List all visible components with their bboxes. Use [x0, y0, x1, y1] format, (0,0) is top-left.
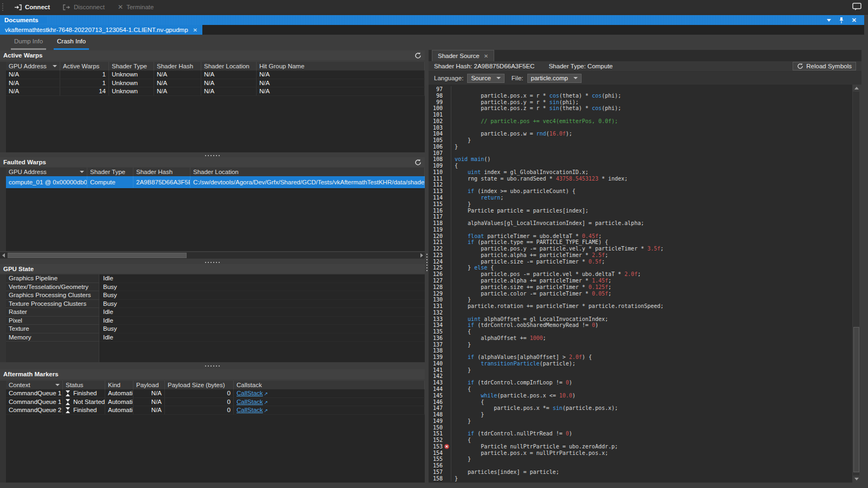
code-line[interactable]: 112	[429, 182, 852, 188]
code-line[interactable]: 102 // particle.pos += vec4(emitterPos, …	[429, 118, 852, 125]
code-line[interactable]: 147 particle.pos.x *= sin(particle.pos.x…	[429, 405, 852, 412]
column-header[interactable]: Active Warps	[60, 62, 109, 70]
column-header[interactable]: Shader Hash	[154, 62, 201, 70]
column-header[interactable]: Kind	[105, 381, 133, 389]
code-line[interactable]: 101	[429, 112, 852, 118]
refresh-icon[interactable]	[414, 159, 422, 166]
code-line[interactable]: 148 }	[429, 412, 852, 418]
table-row[interactable]: CommandQueue 1Not StartedAutomaticN/A0Ca…	[6, 398, 425, 407]
code-line[interactable]: 131 particle.rotation += particleTimer *…	[429, 303, 852, 310]
horizontal-scrollbar[interactable]	[0, 252, 425, 259]
code-line[interactable]: 105 }	[429, 137, 852, 144]
code-line[interactable]: 123 particle.alpha += particleTimer * 2.…	[429, 252, 852, 259]
code-line[interactable]: 108void main()	[429, 156, 852, 163]
connect-button[interactable]: Connect	[8, 0, 56, 15]
column-header[interactable]: Status	[63, 381, 105, 389]
table-row[interactable]: compute_01 @ 0x00000db0Compute2A9B875D66…	[6, 176, 425, 188]
code-line[interactable]: 122 particle.pos.y -= particle.vel.y * p…	[429, 246, 852, 252]
column-header[interactable]: Context	[6, 381, 63, 389]
code-line[interactable]: 117	[429, 214, 852, 220]
code-line[interactable]: 146 {	[429, 399, 852, 406]
code-line[interactable]: 98 particle.pos.x = r * cos(theta) * cos…	[429, 93, 852, 99]
panel-splitter[interactable]	[425, 35, 429, 483]
language-dropdown[interactable]: Source	[467, 74, 504, 83]
column-header[interactable]: Hit Group Name	[257, 62, 425, 70]
code-line[interactable]: 127 particle.alpha += particleTimer * 1.…	[429, 278, 852, 284]
window-menu-chevron-icon[interactable]	[827, 19, 831, 22]
code-line[interactable]: 110 uint index = gl_GlobalInvocationID.x…	[429, 169, 852, 176]
tab-dump-info[interactable]: Dump Info	[11, 36, 46, 50]
code-line[interactable]: 107	[429, 150, 852, 157]
code-line[interactable]: 141 }	[429, 367, 852, 374]
table-row[interactable]: CommandQueue 2FinishedAutomaticN/A0CallS…	[6, 406, 425, 415]
code-line[interactable]: 109{	[429, 163, 852, 169]
code-line[interactable]: 135 {	[429, 329, 852, 335]
code-line[interactable]: 137 }	[429, 342, 852, 348]
code-line[interactable]: 126 particle.pos -= particle.vel * ubo.d…	[429, 271, 852, 278]
code-line[interactable]: 132	[429, 310, 852, 316]
scroll-up-icon[interactable]	[853, 85, 859, 92]
vertical-scrollbar[interactable]	[852, 85, 859, 483]
code-line[interactable]: 143 if (tdrControl.compInfLoop != 0)	[429, 380, 852, 386]
code-line[interactable]: 114 return;	[429, 195, 852, 201]
code-line[interactable]: 103	[429, 125, 852, 131]
column-header[interactable]: Shader Type	[87, 168, 133, 176]
code-line[interactable]: 111 rng_state = ubo.randSeed * 43758.545…	[429, 176, 852, 182]
code-line[interactable]: 128 particle.size += particleTimer * 0.1…	[429, 284, 852, 291]
code-line[interactable]: 133 uint alphaOffset = gl_LocalInvocatio…	[429, 316, 852, 323]
code-line[interactable]: 124 particle.size -= particleTimer * 0.5…	[429, 259, 852, 265]
table-row[interactable]: N/A1UnknownN/AN/AN/A	[6, 79, 425, 88]
code-line[interactable]: 158}	[429, 476, 852, 482]
code-line[interactable]: 149 }	[429, 418, 852, 425]
column-header[interactable]: Payload	[133, 381, 165, 389]
reload-symbols-button[interactable]: Reload Symbols	[793, 62, 856, 70]
toolbar-grip-handle[interactable]	[2, 3, 3, 11]
code-line[interactable]: 139 if (alphaValues[alphaOffset] > 2.0f)…	[429, 354, 852, 361]
scroll-left-icon[interactable]	[0, 252, 7, 259]
code-line[interactable]: 120 float particleTimer = ubo.deltaT * 0…	[429, 233, 852, 240]
code-line[interactable]: 118 alphaValues[gl_LocalInvocationIndex]…	[429, 220, 852, 227]
code-line[interactable]: 142	[429, 373, 852, 380]
code-line[interactable]: 129 particle.color -= particleTimer * 0.…	[429, 291, 852, 297]
code-line[interactable]: 152 {	[429, 437, 852, 444]
shader-tab-close-icon[interactable]: ✕	[484, 53, 488, 59]
callstack-link[interactable]: CallStack	[237, 390, 263, 396]
callstack-link[interactable]: CallStack	[237, 399, 263, 405]
code-line[interactable]: 100 particle.pos.z = r * sin(theta) * co…	[429, 105, 852, 112]
code-line[interactable]: 156	[429, 463, 852, 469]
code-line[interactable]: 155 }	[429, 456, 852, 463]
column-header[interactable]: Shader Hash	[133, 168, 190, 176]
code-line[interactable]: 97	[429, 86, 852, 93]
column-header[interactable]: Payload Size (bytes)	[165, 381, 234, 389]
column-header[interactable]: Shader Type	[109, 62, 154, 70]
code-line[interactable]: 121 if (particle.type == PARTICLE_TYPE_F…	[429, 239, 852, 246]
code-line[interactable]: 138	[429, 348, 852, 354]
code-line[interactable]: 144 {	[429, 386, 852, 393]
code-line[interactable]: 115 }	[429, 201, 852, 208]
tab-crash-info[interactable]: Crash Info	[54, 36, 89, 50]
column-header[interactable]: Callstack	[234, 381, 425, 389]
code-line[interactable]: 151 if (tdrControl.nullPtrRead != 0)	[429, 431, 852, 437]
code-line[interactable]: 119	[429, 227, 852, 233]
scroll-right-icon[interactable]	[418, 252, 425, 259]
code-line[interactable]: 136 alphaOffset += 1000;	[429, 335, 852, 342]
pin-icon[interactable]	[839, 17, 844, 24]
disconnect-button[interactable]: Disconnect	[56, 0, 111, 15]
terminate-button[interactable]: ✕ Terminate	[111, 0, 161, 15]
code-line[interactable]: 157 particles[index] = particle;	[429, 469, 852, 476]
table-row[interactable]: N/A1UnknownN/AN/AN/A	[6, 70, 425, 79]
table-row[interactable]: N/A14UnknownN/AN/AN/A	[6, 87, 425, 96]
column-header[interactable]: Shader Location	[190, 168, 425, 176]
scrollbar-thumb[interactable]	[8, 253, 187, 258]
code-line[interactable]: 150	[429, 425, 852, 431]
column-header[interactable]: Shader Location	[201, 62, 257, 70]
document-tab[interactable]: vkaftermathtestkhr-7648-20220713_123054-…	[0, 25, 202, 35]
feedback-bubble-icon[interactable]	[852, 3, 861, 11]
scrollbar-thumb[interactable]	[853, 327, 859, 472]
code-line[interactable]: 125 } else {	[429, 265, 852, 271]
refresh-icon[interactable]	[414, 52, 422, 59]
scroll-down-icon[interactable]	[853, 476, 859, 483]
code-line[interactable]: 104 particle.pos.w = rnd(16.0f);	[429, 131, 852, 137]
code-line[interactable]: 140 transitionParticle(particle);	[429, 361, 852, 367]
code-line[interactable]: 116 Particle particle = particles[index]…	[429, 208, 852, 214]
